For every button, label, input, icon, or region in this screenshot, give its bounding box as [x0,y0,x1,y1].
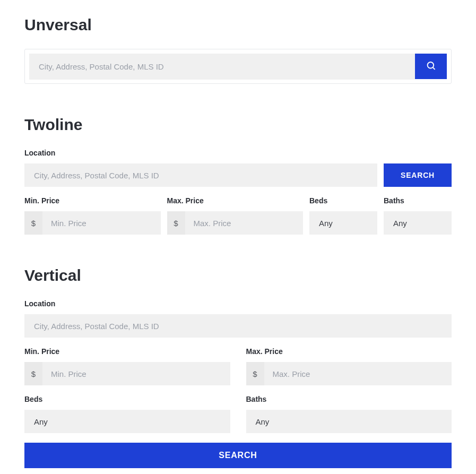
twoline-max-price-label: Max. Price [167,196,304,205]
universal-search-card [24,49,452,84]
twoline-max-price-input[interactable] [185,211,304,235]
vertical-min-price-label: Min. Price [24,347,230,356]
vertical-beds-select[interactable]: Any [24,410,230,433]
twoline-baths-select[interactable]: Any [384,211,452,235]
vertical-baths-select[interactable]: Any [246,410,452,433]
vertical-location-input[interactable] [24,314,452,338]
currency-prefix-icon: $ [24,211,42,235]
twoline-min-price-input[interactable] [42,211,161,235]
twoline-location-label: Location [24,149,377,157]
universal-search-input[interactable] [29,54,415,79]
currency-prefix-icon: $ [24,362,42,385]
vertical-max-price-input[interactable] [264,362,452,385]
twoline-search-button[interactable]: SEARCH [384,163,452,187]
section-title-vertical: Vertical [24,266,452,285]
section-title-twoline: Twoline [24,116,452,134]
vertical-min-price-input[interactable] [42,362,230,385]
search-icon [427,62,435,72]
vertical-baths-label: Baths [246,395,452,403]
twoline-location-input[interactable] [24,163,377,187]
currency-prefix-icon: $ [246,362,264,385]
vertical-max-price-label: Max. Price [246,347,452,356]
vertical-search-button[interactable]: SEARCH [24,443,452,468]
universal-search-button[interactable] [415,54,447,79]
twoline-beds-select[interactable]: Any [309,211,377,235]
vertical-location-label: Location [24,299,452,308]
vertical-beds-label: Beds [24,395,230,403]
section-title-universal: Unversal [24,16,452,34]
twoline-min-price-label: Min. Price [24,196,161,205]
twoline-baths-label: Baths [384,196,452,205]
twoline-beds-label: Beds [309,196,377,205]
currency-prefix-icon: $ [167,211,185,235]
